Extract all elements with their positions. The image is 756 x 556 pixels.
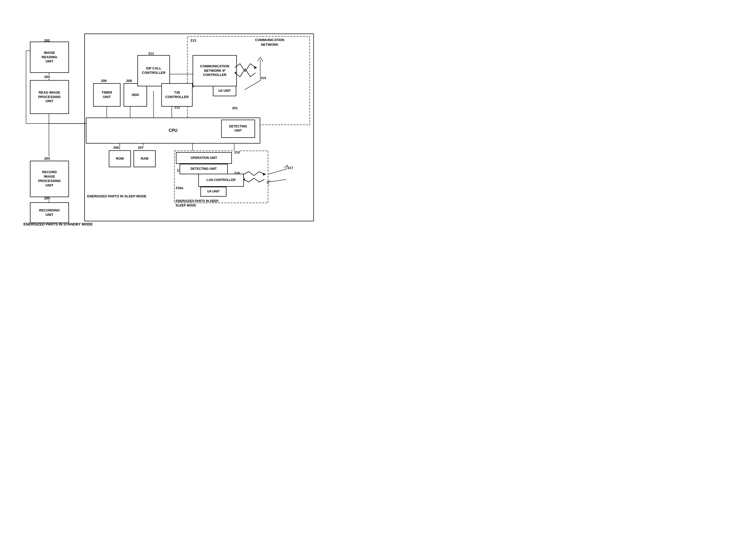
image-reading-unit-box: IMAGEREADINGUNIT (30, 42, 69, 73)
label-201: 201 (232, 106, 238, 110)
svg-line-23 (244, 81, 260, 90)
label-203: 203 (44, 75, 50, 79)
ua-unit-bottom-box: UA UNIT (200, 187, 226, 197)
timer-unit-box: TIMERUNIT (93, 83, 121, 107)
label-206: 206 (113, 146, 119, 149)
rom-box: ROM (109, 150, 131, 167)
energized-sleep-label: ENERGIZED PARTS IN SLEEP MODE (87, 194, 146, 198)
diagram: ENERGIZED PARTS IN SLEEP MODE ENERGIZED … (10, 5, 323, 229)
label-209: 209 (101, 79, 107, 83)
label-216a: 216a (176, 186, 183, 190)
sip-call-controller-box: SIP CALLCONTROLLER (137, 55, 170, 86)
label-207: 207 (138, 146, 144, 149)
label-217: 217 (288, 166, 293, 170)
detecting-unit-cpu-box: DETECTINGUNIT (221, 119, 255, 138)
recording-unit-box: RECORDINGUNIT (30, 202, 69, 223)
read-image-processing-box: READ IMAGEPROCESSINGUNIT (30, 80, 69, 114)
label-211: 211 (148, 51, 154, 56)
t38-controller-box: T38CONTROLLER (161, 83, 193, 107)
ua-unit-top-box: UA UNIT (213, 86, 236, 96)
label-208: 208 (126, 79, 132, 83)
ram-box: RAM (133, 150, 156, 167)
zigzag-214 (235, 57, 263, 78)
hdd-box: HDD (124, 83, 147, 107)
comm-network-label: COMMUNICATIONNETWORK (255, 38, 284, 47)
record-image-processing-box: RECORDIMAGEPROCESSINGUNIT (30, 161, 69, 197)
arrow-217 (243, 170, 275, 186)
label-210: 210 (234, 150, 240, 154)
energized-deep-sleep-label: ENERGIZED PARTS IN DEEPSLEEP MODE (176, 199, 218, 208)
label-213: 213 (191, 38, 196, 42)
operation-unit-box: OPERATION UNIT (176, 152, 232, 164)
detecting-unit-op-box: DETECTING UNIT (179, 164, 228, 174)
lan-controller-box: LAN CONTROLLER (198, 174, 244, 187)
comm-network-if-box: COMMUNICATIONNETWORK IFCONTROLLER (193, 55, 237, 86)
label-204: 204 (44, 157, 50, 161)
